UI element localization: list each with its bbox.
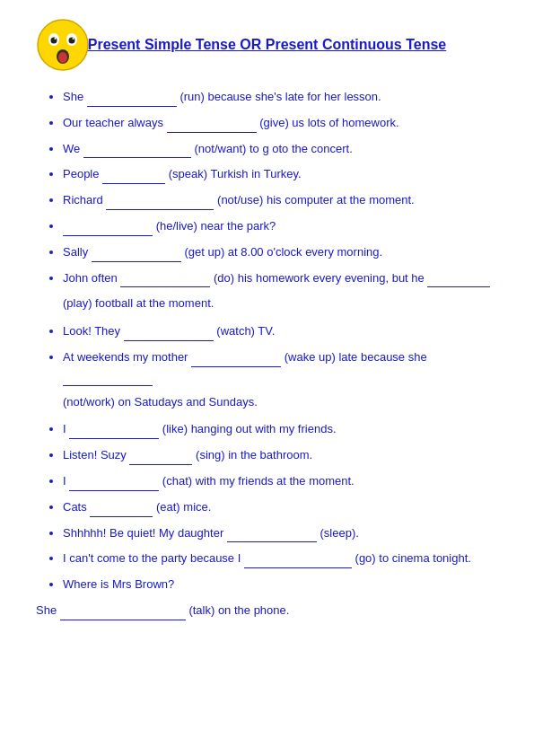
answer-blank-2[interactable]: [427, 275, 490, 287]
text-after: (he/live) near the park?: [156, 219, 276, 233]
answer-blank[interactable]: [227, 530, 317, 542]
list-item: John often (do) his homework every eveni…: [63, 269, 498, 288]
answer-blank[interactable]: [90, 505, 153, 517]
answer-blank[interactable]: [63, 224, 153, 236]
text-after: (go) to cinema tonight.: [355, 551, 471, 565]
text-after: (give) us lots of homework.: [259, 116, 398, 129]
answer-blank[interactable]: [129, 453, 192, 465]
text-after: (eat) mice.: [156, 500, 211, 514]
text-before: I: [63, 422, 69, 435]
answer-blank-2[interactable]: [63, 374, 153, 386]
answer-blank[interactable]: [69, 479, 159, 491]
text-before: At weekends my mother: [63, 350, 191, 364]
last-line-text-before: She: [36, 603, 60, 617]
last-line: She (talk) on the phone.: [36, 602, 498, 620]
text-before: Richard: [63, 193, 106, 207]
answer-blank[interactable]: [191, 355, 281, 367]
list-item: Cats (eat) mice.: [63, 498, 498, 517]
text-before: Cats: [63, 500, 90, 514]
exercise-list-2: Look! They (watch) TV. At weekends my mo…: [36, 322, 498, 385]
text-before: Our teacher always: [63, 116, 167, 129]
text-before: Shhhhh! Be quiet! My daughter: [63, 526, 227, 540]
list-item: People (speak) Turkish in Turkey.: [63, 165, 498, 184]
list-item: (he/live) near the park?: [63, 217, 498, 236]
exercise-list-3: I (like) hanging out with my friends. Li…: [36, 420, 498, 594]
text-after: (run) because she's late for her lesson.: [179, 90, 381, 103]
text-after: (sleep).: [320, 526, 358, 540]
answer-blank[interactable]: [87, 94, 177, 107]
last-line-text-after: (talk) on the phone.: [188, 603, 289, 617]
list-item: She (run) because she's late for her les…: [63, 88, 498, 107]
last-line-blank[interactable]: [60, 608, 186, 620]
list-item: At weekends my mother (wake up) late bec…: [63, 348, 498, 386]
list-item: I (chat) with my friends at the moment.: [63, 472, 498, 491]
list-item: Our teacher always (give) us lots of hom…: [63, 114, 498, 133]
page-header: Present Simple Tense OR Present Continuo…: [36, 18, 498, 72]
continuation-line: (play) football at the moment.: [36, 294, 498, 313]
list-item: I (like) hanging out with my friends.: [63, 420, 498, 439]
text-before: I can't come to the party because I: [63, 551, 244, 565]
text-after: (watch) TV.: [216, 324, 275, 338]
exercise-list: She (run) because she's late for her les…: [36, 88, 498, 287]
answer-blank[interactable]: [167, 120, 257, 133]
text-after: (chat) with my friends at the moment.: [162, 474, 355, 488]
text-after: (not/want) to g oto the concert.: [195, 142, 353, 155]
list-item: Where is Mrs Brown?: [63, 576, 498, 594]
text-after: (like) hanging out with my friends.: [162, 422, 337, 435]
answer-blank[interactable]: [83, 145, 191, 158]
text-after: (get up) at 8.00 o'clock every morning.: [184, 245, 382, 259]
text-before: Look! They: [63, 324, 124, 338]
answer-blank[interactable]: [124, 329, 214, 341]
list-item: Listen! Suzy (sing) in the bathroom.: [63, 446, 498, 465]
svg-point-8: [58, 52, 67, 63]
list-item: We (not/want) to g oto the concert.: [63, 140, 498, 159]
list-item: Sally (get up) at 8.00 o'clock every mor…: [63, 243, 498, 262]
title-area: Present Simple Tense OR Present Continuo…: [99, 37, 498, 53]
text-before: Sally: [63, 245, 92, 259]
text-after: (wake up) late because she: [285, 350, 427, 364]
answer-blank[interactable]: [69, 426, 159, 439]
list-item: Shhhhh! Be quiet! My daughter (sleep).: [63, 524, 498, 543]
text-after: (speak) Turkish in Turkey.: [169, 167, 302, 180]
text-before: She: [63, 90, 87, 103]
text-after: (do) his homework every evening, but he: [214, 271, 427, 285]
answer-blank[interactable]: [106, 198, 214, 210]
answer-blank[interactable]: [244, 556, 352, 568]
text-before: I: [63, 474, 69, 488]
list-item: I can't come to the party because I (go)…: [63, 549, 498, 568]
list-item: Richard (not/use) his computer at the mo…: [63, 191, 498, 210]
list-item: Look! They (watch) TV.: [63, 322, 498, 341]
text-before: People: [63, 167, 102, 180]
text-before: Listen! Suzy: [63, 448, 129, 462]
page-title: Present Simple Tense OR Present Continuo…: [36, 37, 498, 53]
answer-blank[interactable]: [102, 171, 165, 184]
text-after: (sing) in the bathroom.: [196, 448, 312, 462]
text-before: John often: [63, 271, 120, 285]
answer-blank[interactable]: [92, 250, 181, 262]
answer-blank[interactable]: [120, 275, 210, 287]
text-after: (not/use) his computer at the moment.: [217, 193, 415, 207]
where-text: Where is Mrs Brown?: [63, 577, 174, 591]
continuation-line-2: (not/work) on Satudays and Sundays.: [36, 393, 498, 412]
text-before: We: [63, 142, 83, 155]
